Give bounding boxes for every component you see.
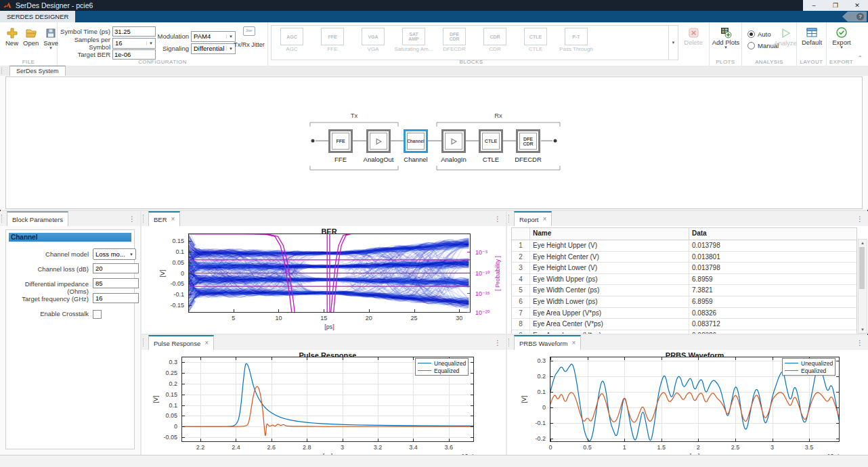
enable-crosstalk-checkbox[interactable] (93, 310, 102, 319)
panel-grip[interactable] (143, 215, 145, 223)
kebab-menu-icon[interactable]: ⋮ (129, 216, 135, 223)
export-caret[interactable]: ▼ (840, 46, 844, 49)
gallery-block-cdr[interactable]: CDRCDR (475, 26, 515, 60)
samples-per-symbol-combo[interactable]: 16▼ (112, 38, 156, 49)
block-name: VGA (353, 46, 393, 52)
maximize-button[interactable]: ❐ (825, 0, 846, 11)
tab-block-parameters[interactable]: Block Parameters (7, 211, 68, 226)
minimize-button[interactable]: – (803, 0, 825, 11)
table-row[interactable]: 4Eye Width Upper (ps)6.8959 (511, 274, 857, 286)
channel-loss-input[interactable] (93, 263, 139, 273)
panel-grip[interactable] (1, 215, 3, 223)
diagram-block-analogout[interactable] (366, 129, 391, 153)
analyze-button[interactable]: Analyze (774, 27, 797, 47)
target-frequency-input[interactable] (93, 293, 139, 303)
table-row[interactable]: 9Eye Area Lower (V*ps)0.08326 (511, 330, 857, 334)
table-row[interactable]: 5Eye Width Center (ps)7.3821 (511, 285, 857, 296)
gallery-block-dfecdr[interactable]: DFE CDRDFECDR (434, 26, 475, 60)
kebab-menu-icon[interactable]: ⋮ (856, 340, 863, 347)
new-button[interactable]: New (5, 27, 18, 50)
gallery-block-ctle[interactable]: CTLECTLE (515, 26, 556, 60)
gallery-dropdown-button[interactable]: ▼ (668, 26, 678, 60)
kebab-menu-icon[interactable]: ⋮ (856, 216, 863, 223)
axis-tick: 0.3 (517, 357, 546, 364)
panel-grip[interactable] (1, 68, 3, 74)
channel-model-combo[interactable]: Loss mo...▼ (93, 248, 136, 260)
delete-x-icon (688, 27, 699, 39)
tab-pulse-response[interactable]: Pulse Response× (148, 335, 214, 350)
close-button[interactable]: ✕ (846, 0, 868, 11)
table-row[interactable]: 2Eye Height Center (V)0.013801 (511, 252, 857, 263)
y-axis-label: [V] (521, 395, 527, 403)
tab-report[interactable]: Report× (514, 211, 552, 226)
x-axis-label: [ps] (324, 324, 334, 330)
kebab-menu-icon[interactable]: ⋮ (494, 340, 501, 347)
diagram-block-analogin[interactable] (441, 129, 466, 153)
prbs-waveform-tab-bar: PRBS Waveform× ⋮ (507, 335, 868, 351)
gallery-block-saturating-am-[interactable]: SAT AMPSaturating Am... (393, 26, 434, 60)
table-row[interactable]: 6Eye Width Lower (ps)6.8959 (511, 296, 857, 308)
help-button[interactable]: ? (842, 12, 867, 22)
signaling-combo[interactable]: Differential▼ (191, 43, 236, 54)
close-tab-icon[interactable]: × (171, 216, 175, 223)
tab-serdes-system[interactable]: SerDes System (9, 66, 66, 76)
add-plots-button[interactable]: Add Plots ▼ (712, 26, 740, 49)
table-row[interactable]: 1Eye Height Upper (V)0.013798 (511, 240, 857, 252)
vertical-scrollbar[interactable]: ▲ ▼ (858, 239, 867, 334)
tab-serdes-designer[interactable]: SERDES DESIGNER (0, 11, 75, 22)
modulation-combo[interactable]: PAM4▼ (191, 31, 236, 42)
save-dropdown-caret[interactable]: ▼ (49, 47, 53, 50)
diagram-block-dfecdr[interactable]: DFE CDR (516, 129, 540, 153)
table-row[interactable]: 8Eye Area Center (V*ps)0.083712 (511, 319, 857, 330)
ribbon-section-file: New Open Save ▼ (0, 22, 58, 66)
target-ber-input[interactable] (112, 49, 156, 60)
collapse-ribbon-icon[interactable]: ⌃ (857, 55, 863, 62)
channel-model-label: Channel model (6, 250, 89, 258)
close-tab-icon[interactable]: × (571, 340, 576, 347)
gallery-block-ffe[interactable]: FFEFFE (312, 26, 353, 60)
panel-grip[interactable] (508, 215, 511, 223)
differential-impedance-input[interactable] (93, 278, 139, 288)
close-tab-icon[interactable]: × (543, 216, 547, 223)
diagram-block-channel[interactable]: Channel (404, 129, 428, 153)
serdes-system-canvas[interactable]: Tx Rx FFEFFEAnalogOutChannelChannelAnalo… (0, 76, 868, 210)
symbol-time-input[interactable] (112, 26, 156, 37)
kebab-menu-icon[interactable]: ⋮ (494, 216, 501, 223)
scroll-down-icon[interactable]: ▼ (859, 328, 867, 332)
column-header-data[interactable]: Data (689, 228, 865, 240)
default-layout-button[interactable]: Default (799, 26, 825, 46)
delete-button[interactable]: Delete (680, 27, 707, 46)
table-row[interactable]: 7Eye Area Upper (V*ps)0.08326 (511, 308, 857, 319)
ber-eye-plot-canvas[interactable] (188, 234, 471, 313)
export-button[interactable]: Export ▼ (829, 26, 854, 49)
close-tab-icon[interactable]: × (204, 340, 209, 347)
open-button[interactable]: Open (23, 27, 39, 50)
panel-grip[interactable] (508, 338, 511, 347)
auto-radio[interactable]: Auto (747, 30, 771, 38)
block-icon: CDR (483, 28, 506, 45)
scroll-up-icon[interactable]: ▲ (859, 241, 867, 245)
tab-ber[interactable]: BER× (148, 211, 180, 226)
ribbon-section-export: Export ▼ EXPORT (827, 22, 856, 66)
block-inner-label: DFE CDR (519, 133, 537, 150)
save-button[interactable]: Save ▼ (43, 27, 58, 50)
gallery-block-agc[interactable]: AGCAGC (272, 26, 312, 60)
open-folder-icon (25, 27, 37, 39)
axis-tick: 0.05 (149, 412, 177, 419)
axis-tick: 0.2 (517, 373, 546, 380)
column-header-name[interactable]: Name (530, 228, 689, 240)
axis-tick: 1.5 (657, 444, 666, 451)
scrollbar-thumb[interactable] (859, 247, 865, 289)
diagram-block-ctle[interactable]: CTLE (479, 129, 503, 153)
add-plots-caret[interactable]: ▼ (724, 46, 728, 49)
table-row[interactable]: 3Eye Height Lower (V)0.013798 (511, 263, 857, 274)
report-table-header: Name Data (511, 227, 857, 240)
diagram-block-ffe[interactable]: FFE (328, 129, 353, 153)
gallery-block-vga[interactable]: VGAVGA (353, 26, 393, 60)
gallery-block-pass-through[interactable]: P-TPass Through (556, 26, 596, 60)
panel-grip[interactable] (143, 338, 145, 347)
radio-icon (747, 42, 755, 49)
tx-rx-jitter-button[interactable]: Jitter Tx/Rx Jitter (232, 26, 266, 49)
diagram-block-label: CTLE (483, 156, 499, 163)
tab-prbs-waveform[interactable]: PRBS Waveform× (514, 335, 581, 350)
